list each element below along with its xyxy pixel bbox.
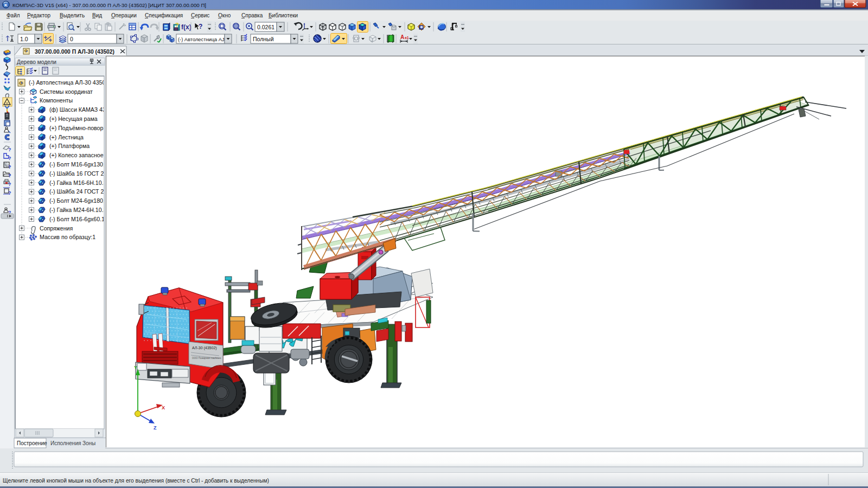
svg-text:Массив по образцу:1: Массив по образцу:1: [40, 234, 95, 240]
svg-text:?: ?: [8, 156, 11, 161]
svg-text:Редактор: Редактор: [27, 12, 50, 18]
svg-text:Операции: Операции: [111, 12, 137, 18]
svg-text:Системы координат: Системы координат: [40, 88, 93, 95]
svg-text:1.0: 1.0: [20, 36, 28, 42]
svg-text:(+) Несущая рама: (+) Несущая рама: [49, 115, 98, 122]
svg-text:(-) Автолестница АЈ: (-) Автолестница АЈ: [178, 37, 225, 42]
svg-text:(-) Гайка М24-6Н.10.3: (-) Гайка М24-6Н.10.3: [49, 207, 107, 213]
svg-text:Компоненты: Компоненты: [40, 97, 73, 104]
svg-text:(-) Гайка М16-6Н.10.3: (-) Гайка М16-6Н.10.3: [49, 179, 107, 186]
svg-text:(-) Болт М24-6gx180.3: (-) Болт М24-6gx180.3: [49, 197, 108, 204]
svg-text:?: ?: [8, 182, 11, 187]
svg-text:X: X: [162, 405, 165, 410]
svg-text:ООО Пожарная machines: ООО Пожарная machines: [192, 357, 221, 359]
svg-text:A: A: [400, 34, 404, 40]
svg-text:?: ?: [8, 173, 11, 178]
svg-text:Исполнения: Исполнения: [50, 440, 81, 446]
svg-text:?: ?: [8, 164, 11, 170]
svg-text:Справка: Справка: [241, 12, 263, 18]
svg-text:307.00.00.000 П АЛ-30 (43502): 307.00.00.000 П АЛ-30 (43502): [35, 49, 114, 55]
svg-text:Окно: Окно: [218, 12, 231, 18]
svg-text:?: ?: [8, 147, 11, 152]
svg-text:(+) Платформа: (+) Платформа: [49, 143, 90, 149]
svg-text:Сопряжения: Сопряжения: [40, 225, 73, 232]
svg-text:Z: Z: [154, 425, 157, 431]
svg-text:?: ?: [175, 22, 179, 28]
svg-text:0: 0: [70, 36, 73, 42]
svg-text:(-) Автолестница АЛ-30 43502: (-) Автолестница АЛ-30 43502: [29, 79, 108, 86]
svg-text:Библиотеки: Библиотеки: [269, 12, 298, 18]
svg-text:Спецификация: Спецификация: [145, 12, 183, 18]
svg-text:(+) Колесо запасное: (+) Колесо запасное: [49, 152, 104, 158]
svg-text:Y: Y: [134, 365, 137, 370]
svg-text:Файл: Файл: [7, 12, 20, 18]
svg-text:Зоны: Зоны: [82, 440, 95, 446]
svg-text:Щелкните левой кнопкой мыши на: Щелкните левой кнопкой мыши на объекте д…: [3, 478, 269, 484]
svg-text:Дерево модели: Дерево модели: [17, 59, 56, 65]
svg-text:(ф) Шасси КАМАЗ 43: (ф) Шасси КАМАЗ 43: [49, 106, 106, 113]
svg-text:Построение: Построение: [17, 440, 47, 446]
svg-text:(-) Болт М16-6gx60.10: (-) Болт М16-6gx60.10: [49, 216, 108, 222]
svg-text:(-) Болт М16-6gx130.3: (-) Болт М16-6gx130.3: [49, 161, 108, 168]
svg-text:Полный: Полный: [253, 36, 274, 42]
svg-text:КОМПАС-3D V15 (x64) - 307.00.0: КОМПАС-3D V15 (x64) - 307.00.00.000 П АЛ…: [12, 2, 206, 8]
svg-text:?: ?: [8, 190, 11, 196]
svg-text:(-) Шайба 16 ГОСТ 22: (-) Шайба 16 ГОСТ 22: [49, 170, 107, 177]
svg-text:?: ?: [199, 23, 202, 30]
svg-text:±1: ±1: [405, 36, 409, 40]
svg-text:АЛ-30 (43502): АЛ-30 (43502): [192, 346, 217, 350]
svg-text:Сервис: Сервис: [191, 12, 209, 18]
svg-text:(+) Лестница: (+) Лестница: [49, 134, 84, 140]
svg-text:0.0261: 0.0261: [257, 24, 275, 30]
svg-text:K: K: [4, 3, 8, 8]
svg-text:Выделить: Выделить: [60, 12, 85, 18]
svg-text:f(x): f(x): [181, 23, 192, 31]
svg-text:Вид: Вид: [92, 12, 102, 18]
svg-text:(-) Шайба 24 ГОСТ 22: (-) Шайба 24 ГОСТ 22: [49, 188, 107, 195]
svg-text:(+) Подъёмно-повор: (+) Подъёмно-повор: [49, 125, 104, 131]
